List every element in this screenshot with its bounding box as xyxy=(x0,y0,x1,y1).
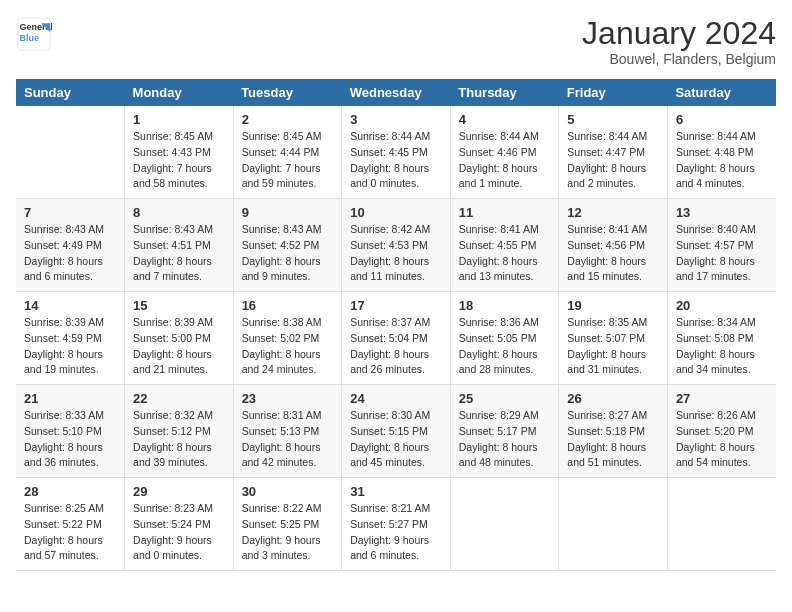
day-number: 3 xyxy=(350,112,442,127)
calendar-cell: 12Sunrise: 8:41 AMSunset: 4:56 PMDayligh… xyxy=(559,199,668,292)
weekday-header-sunday: Sunday xyxy=(16,79,125,106)
calendar-table: SundayMondayTuesdayWednesdayThursdayFrid… xyxy=(16,79,776,571)
day-detail: Sunrise: 8:23 AMSunset: 5:24 PMDaylight:… xyxy=(133,501,225,564)
calendar-cell: 15Sunrise: 8:39 AMSunset: 5:00 PMDayligh… xyxy=(125,292,234,385)
calendar-cell xyxy=(450,478,559,571)
calendar-cell: 10Sunrise: 8:42 AMSunset: 4:53 PMDayligh… xyxy=(342,199,451,292)
weekday-header-tuesday: Tuesday xyxy=(233,79,342,106)
calendar-body: 1Sunrise: 8:45 AMSunset: 4:43 PMDaylight… xyxy=(16,106,776,571)
calendar-cell: 6Sunrise: 8:44 AMSunset: 4:48 PMDaylight… xyxy=(667,106,776,199)
weekday-header-monday: Monday xyxy=(125,79,234,106)
day-detail: Sunrise: 8:34 AMSunset: 5:08 PMDaylight:… xyxy=(676,315,768,378)
day-detail: Sunrise: 8:26 AMSunset: 5:20 PMDaylight:… xyxy=(676,408,768,471)
calendar-cell: 7Sunrise: 8:43 AMSunset: 4:49 PMDaylight… xyxy=(16,199,125,292)
week-row-3: 14Sunrise: 8:39 AMSunset: 4:59 PMDayligh… xyxy=(16,292,776,385)
day-detail: Sunrise: 8:45 AMSunset: 4:43 PMDaylight:… xyxy=(133,129,225,192)
page-header: General Blue January 2024 Bouwel, Flande… xyxy=(16,16,776,67)
day-number: 30 xyxy=(242,484,334,499)
day-detail: Sunrise: 8:27 AMSunset: 5:18 PMDaylight:… xyxy=(567,408,659,471)
day-number: 10 xyxy=(350,205,442,220)
week-row-2: 7Sunrise: 8:43 AMSunset: 4:49 PMDaylight… xyxy=(16,199,776,292)
day-number: 4 xyxy=(459,112,551,127)
day-number: 21 xyxy=(24,391,116,406)
day-number: 23 xyxy=(242,391,334,406)
day-detail: Sunrise: 8:25 AMSunset: 5:22 PMDaylight:… xyxy=(24,501,116,564)
day-detail: Sunrise: 8:44 AMSunset: 4:47 PMDaylight:… xyxy=(567,129,659,192)
day-number: 27 xyxy=(676,391,768,406)
day-detail: Sunrise: 8:33 AMSunset: 5:10 PMDaylight:… xyxy=(24,408,116,471)
week-row-4: 21Sunrise: 8:33 AMSunset: 5:10 PMDayligh… xyxy=(16,385,776,478)
day-detail: Sunrise: 8:37 AMSunset: 5:04 PMDaylight:… xyxy=(350,315,442,378)
calendar-cell: 24Sunrise: 8:30 AMSunset: 5:15 PMDayligh… xyxy=(342,385,451,478)
calendar-cell: 18Sunrise: 8:36 AMSunset: 5:05 PMDayligh… xyxy=(450,292,559,385)
day-number: 22 xyxy=(133,391,225,406)
week-row-1: 1Sunrise: 8:45 AMSunset: 4:43 PMDaylight… xyxy=(16,106,776,199)
calendar-cell: 9Sunrise: 8:43 AMSunset: 4:52 PMDaylight… xyxy=(233,199,342,292)
calendar-cell: 16Sunrise: 8:38 AMSunset: 5:02 PMDayligh… xyxy=(233,292,342,385)
day-detail: Sunrise: 8:41 AMSunset: 4:55 PMDaylight:… xyxy=(459,222,551,285)
day-detail: Sunrise: 8:44 AMSunset: 4:45 PMDaylight:… xyxy=(350,129,442,192)
calendar-cell: 22Sunrise: 8:32 AMSunset: 5:12 PMDayligh… xyxy=(125,385,234,478)
day-detail: Sunrise: 8:44 AMSunset: 4:46 PMDaylight:… xyxy=(459,129,551,192)
month-title: January 2024 xyxy=(582,16,776,51)
day-detail: Sunrise: 8:29 AMSunset: 5:17 PMDaylight:… xyxy=(459,408,551,471)
day-detail: Sunrise: 8:41 AMSunset: 4:56 PMDaylight:… xyxy=(567,222,659,285)
weekday-header-wednesday: Wednesday xyxy=(342,79,451,106)
week-row-5: 28Sunrise: 8:25 AMSunset: 5:22 PMDayligh… xyxy=(16,478,776,571)
day-number: 26 xyxy=(567,391,659,406)
calendar-cell: 27Sunrise: 8:26 AMSunset: 5:20 PMDayligh… xyxy=(667,385,776,478)
calendar-cell: 30Sunrise: 8:22 AMSunset: 5:25 PMDayligh… xyxy=(233,478,342,571)
calendar-cell xyxy=(16,106,125,199)
day-detail: Sunrise: 8:45 AMSunset: 4:44 PMDaylight:… xyxy=(242,129,334,192)
weekday-header-thursday: Thursday xyxy=(450,79,559,106)
day-number: 5 xyxy=(567,112,659,127)
calendar-cell: 31Sunrise: 8:21 AMSunset: 5:27 PMDayligh… xyxy=(342,478,451,571)
day-number: 8 xyxy=(133,205,225,220)
calendar-cell: 13Sunrise: 8:40 AMSunset: 4:57 PMDayligh… xyxy=(667,199,776,292)
weekday-header-row: SundayMondayTuesdayWednesdayThursdayFrid… xyxy=(16,79,776,106)
calendar-cell: 19Sunrise: 8:35 AMSunset: 5:07 PMDayligh… xyxy=(559,292,668,385)
calendar-cell: 1Sunrise: 8:45 AMSunset: 4:43 PMDaylight… xyxy=(125,106,234,199)
calendar-cell: 5Sunrise: 8:44 AMSunset: 4:47 PMDaylight… xyxy=(559,106,668,199)
location: Bouwel, Flanders, Belgium xyxy=(582,51,776,67)
calendar-cell: 11Sunrise: 8:41 AMSunset: 4:55 PMDayligh… xyxy=(450,199,559,292)
calendar-cell xyxy=(667,478,776,571)
title-block: January 2024 Bouwel, Flanders, Belgium xyxy=(582,16,776,67)
day-detail: Sunrise: 8:31 AMSunset: 5:13 PMDaylight:… xyxy=(242,408,334,471)
day-number: 1 xyxy=(133,112,225,127)
logo-icon: General Blue xyxy=(16,16,52,52)
day-number: 20 xyxy=(676,298,768,313)
calendar-cell: 4Sunrise: 8:44 AMSunset: 4:46 PMDaylight… xyxy=(450,106,559,199)
calendar-cell: 2Sunrise: 8:45 AMSunset: 4:44 PMDaylight… xyxy=(233,106,342,199)
day-number: 17 xyxy=(350,298,442,313)
day-number: 31 xyxy=(350,484,442,499)
calendar-cell: 23Sunrise: 8:31 AMSunset: 5:13 PMDayligh… xyxy=(233,385,342,478)
day-number: 19 xyxy=(567,298,659,313)
day-detail: Sunrise: 8:36 AMSunset: 5:05 PMDaylight:… xyxy=(459,315,551,378)
day-number: 11 xyxy=(459,205,551,220)
calendar-cell: 28Sunrise: 8:25 AMSunset: 5:22 PMDayligh… xyxy=(16,478,125,571)
logo: General Blue xyxy=(16,16,52,52)
calendar-cell: 14Sunrise: 8:39 AMSunset: 4:59 PMDayligh… xyxy=(16,292,125,385)
day-number: 6 xyxy=(676,112,768,127)
calendar-cell: 29Sunrise: 8:23 AMSunset: 5:24 PMDayligh… xyxy=(125,478,234,571)
day-detail: Sunrise: 8:43 AMSunset: 4:49 PMDaylight:… xyxy=(24,222,116,285)
day-detail: Sunrise: 8:39 AMSunset: 4:59 PMDaylight:… xyxy=(24,315,116,378)
calendar-cell: 26Sunrise: 8:27 AMSunset: 5:18 PMDayligh… xyxy=(559,385,668,478)
day-number: 25 xyxy=(459,391,551,406)
day-detail: Sunrise: 8:39 AMSunset: 5:00 PMDaylight:… xyxy=(133,315,225,378)
day-detail: Sunrise: 8:42 AMSunset: 4:53 PMDaylight:… xyxy=(350,222,442,285)
day-number: 29 xyxy=(133,484,225,499)
calendar-cell: 3Sunrise: 8:44 AMSunset: 4:45 PMDaylight… xyxy=(342,106,451,199)
day-number: 18 xyxy=(459,298,551,313)
calendar-cell: 21Sunrise: 8:33 AMSunset: 5:10 PMDayligh… xyxy=(16,385,125,478)
calendar-cell: 8Sunrise: 8:43 AMSunset: 4:51 PMDaylight… xyxy=(125,199,234,292)
weekday-header-friday: Friday xyxy=(559,79,668,106)
day-detail: Sunrise: 8:21 AMSunset: 5:27 PMDaylight:… xyxy=(350,501,442,564)
calendar-cell: 20Sunrise: 8:34 AMSunset: 5:08 PMDayligh… xyxy=(667,292,776,385)
day-number: 9 xyxy=(242,205,334,220)
day-number: 16 xyxy=(242,298,334,313)
day-number: 15 xyxy=(133,298,225,313)
calendar-cell xyxy=(559,478,668,571)
day-number: 24 xyxy=(350,391,442,406)
